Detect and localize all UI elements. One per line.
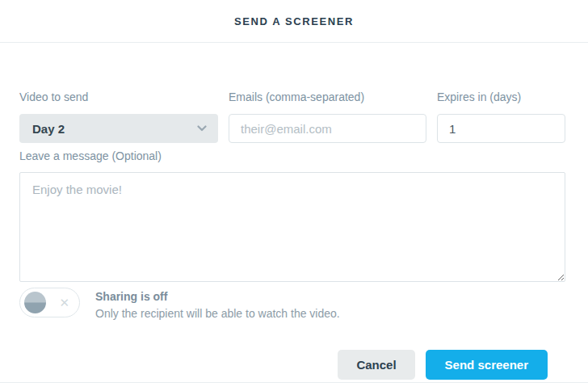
chevron-down-icon [197,125,207,132]
toggle-knob [24,292,46,313]
video-field-group: Video to send Day 2 [19,90,218,143]
cancel-button[interactable]: Cancel [338,350,414,380]
expires-input[interactable] [437,114,565,143]
sharing-text: Sharing is off Only the recipient will b… [95,288,340,320]
modal-title: SEND A SCREENER [234,15,354,27]
expires-field-group: Expires in (days) [437,90,565,143]
expires-field-label: Expires in (days) [437,90,565,103]
sharing-row: ✕ Sharing is off Only the recipient will… [19,288,565,320]
video-select[interactable]: Day 2 [19,114,218,143]
message-field-label: Leave a message (Optional) [19,149,565,162]
field-row: Video to send Day 2 Emails (comma-separa… [19,90,565,143]
modal-header: SEND A SCREENER [0,0,588,43]
message-textarea[interactable] [19,172,565,282]
x-icon: ✕ [59,296,69,309]
bottom-divider [0,382,588,383]
sharing-status-title: Sharing is off [95,290,340,303]
send-screener-button[interactable]: Send screener [426,350,548,380]
modal-body: Video to send Day 2 Emails (comma-separa… [0,43,588,380]
emails-input[interactable] [229,114,426,143]
sharing-toggle[interactable]: ✕ [19,288,80,317]
modal-footer: Cancel Send screener [19,350,565,380]
video-select-value: Day 2 [32,122,65,136]
sharing-status-description: Only the recipient will be able to watch… [95,307,340,320]
emails-field-label: Emails (comma-separated) [229,90,426,103]
send-screener-modal: SEND A SCREENER Video to send Day 2 Emai… [0,0,588,391]
emails-field-group: Emails (comma-separated) [229,90,426,143]
video-field-label: Video to send [19,90,218,103]
